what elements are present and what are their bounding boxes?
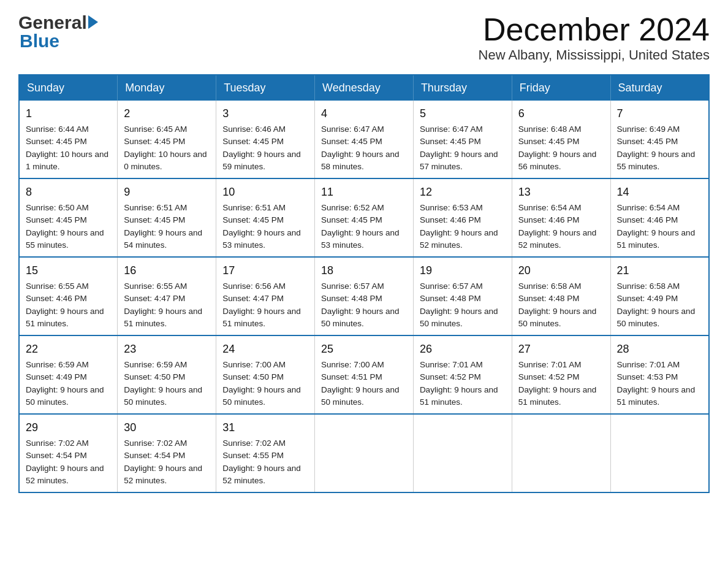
sunrise-label: Sunrise: 6:51 AM — [124, 203, 187, 212]
daylight-label: Daylight: 9 hours and 59 minutes. — [222, 150, 301, 171]
calendar-cell: 27Sunrise: 7:01 AMSunset: 4:52 PMDayligh… — [512, 335, 610, 414]
sunset-label: Sunset: 4:48 PM — [321, 294, 382, 303]
day-number: 12 — [420, 184, 506, 201]
sunrise-label: Sunrise: 6:46 AM — [222, 124, 286, 134]
daylight-label: Daylight: 9 hours and 52 minutes. — [124, 464, 202, 485]
sunrise-label: Sunrise: 6:52 AM — [321, 203, 384, 212]
day-number: 25 — [321, 341, 407, 358]
sunset-label: Sunset: 4:47 PM — [222, 294, 284, 303]
sunrise-label: Sunrise: 6:55 AM — [26, 282, 89, 291]
sunset-label: Sunset: 4:46 PM — [617, 215, 678, 224]
daylight-label: Daylight: 9 hours and 52 minutes. — [222, 464, 301, 485]
day-number: 21 — [617, 262, 702, 279]
sunrise-label: Sunrise: 7:02 AM — [124, 439, 187, 448]
day-number: 8 — [26, 184, 111, 201]
calendar-header-row: SundayMondayTuesdayWednesdayThursdayFrid… — [19, 75, 709, 101]
daylight-label: Daylight: 9 hours and 50 minutes. — [321, 385, 400, 407]
sunrise-label: Sunrise: 6:48 AM — [518, 124, 582, 134]
day-number: 31 — [222, 419, 308, 436]
location-subtitle: New Albany, Mississippi, United States — [479, 47, 710, 63]
logo-arrow-icon — [88, 15, 98, 29]
daylight-label: Daylight: 9 hours and 58 minutes. — [321, 150, 400, 171]
calendar-cell — [413, 414, 512, 492]
logo-general-text: General — [18, 12, 87, 33]
daylight-label: Daylight: 9 hours and 56 minutes. — [518, 150, 597, 171]
day-number: 16 — [124, 262, 210, 279]
sunset-label: Sunset: 4:50 PM — [124, 372, 185, 381]
daylight-label: Daylight: 10 hours and 1 minute. — [26, 150, 108, 171]
daylight-label: Daylight: 9 hours and 51 minutes. — [222, 307, 301, 328]
calendar-cell: 21Sunrise: 6:58 AMSunset: 4:49 PMDayligh… — [610, 257, 709, 335]
calendar-cell: 17Sunrise: 6:56 AMSunset: 4:47 PMDayligh… — [216, 257, 315, 335]
sunrise-label: Sunrise: 7:00 AM — [222, 360, 286, 369]
daylight-label: Daylight: 9 hours and 52 minutes. — [518, 228, 597, 250]
calendar-cell: 28Sunrise: 7:01 AMSunset: 4:53 PMDayligh… — [610, 335, 709, 414]
day-number: 27 — [518, 341, 604, 358]
daylight-label: Daylight: 9 hours and 51 minutes. — [518, 385, 597, 407]
calendar-cell: 14Sunrise: 6:54 AMSunset: 4:46 PMDayligh… — [610, 178, 709, 257]
sunrise-label: Sunrise: 6:47 AM — [420, 124, 483, 134]
sunrise-label: Sunrise: 7:01 AM — [518, 360, 582, 369]
day-number: 17 — [222, 262, 308, 279]
sunset-label: Sunset: 4:52 PM — [518, 372, 580, 381]
col-header-monday: Monday — [118, 75, 216, 101]
calendar-cell — [610, 414, 709, 492]
sunrise-label: Sunrise: 6:54 AM — [617, 203, 680, 212]
daylight-label: Daylight: 9 hours and 51 minutes. — [617, 228, 696, 250]
col-header-tuesday: Tuesday — [216, 75, 315, 101]
day-number: 29 — [26, 419, 111, 436]
logo: General Blue — [18, 12, 99, 52]
sunset-label: Sunset: 4:48 PM — [420, 294, 481, 303]
sunrise-label: Sunrise: 6:59 AM — [124, 360, 187, 369]
calendar-cell: 2Sunrise: 6:45 AMSunset: 4:45 PMDaylight… — [118, 101, 216, 178]
sunset-label: Sunset: 4:53 PM — [617, 372, 678, 381]
calendar-cell: 22Sunrise: 6:59 AMSunset: 4:49 PMDayligh… — [19, 335, 118, 414]
daylight-label: Daylight: 9 hours and 51 minutes. — [617, 385, 696, 407]
daylight-label: Daylight: 9 hours and 52 minutes. — [26, 464, 104, 485]
daylight-label: Daylight: 9 hours and 54 minutes. — [124, 228, 202, 250]
col-header-sunday: Sunday — [19, 75, 118, 101]
calendar-cell: 6Sunrise: 6:48 AMSunset: 4:45 PMDaylight… — [512, 101, 610, 178]
calendar-week-row: 8Sunrise: 6:50 AMSunset: 4:45 PMDaylight… — [19, 178, 709, 257]
sunrise-label: Sunrise: 6:54 AM — [518, 203, 582, 212]
day-number: 18 — [321, 262, 407, 279]
calendar-cell: 29Sunrise: 7:02 AMSunset: 4:54 PMDayligh… — [19, 414, 118, 492]
daylight-label: Daylight: 9 hours and 55 minutes. — [26, 228, 104, 250]
title-section: December 2024 New Albany, Mississippi, U… — [479, 12, 710, 63]
day-number: 26 — [420, 341, 506, 358]
day-number: 9 — [124, 184, 210, 201]
daylight-label: Daylight: 9 hours and 50 minutes. — [518, 307, 597, 328]
sunrise-label: Sunrise: 6:57 AM — [321, 282, 384, 291]
sunset-label: Sunset: 4:45 PM — [518, 137, 580, 146]
daylight-label: Daylight: 9 hours and 55 minutes. — [617, 150, 696, 171]
calendar-cell: 15Sunrise: 6:55 AMSunset: 4:46 PMDayligh… — [19, 257, 118, 335]
day-number: 24 — [222, 341, 308, 358]
sunrise-label: Sunrise: 6:59 AM — [26, 360, 89, 369]
sunset-label: Sunset: 4:45 PM — [26, 137, 87, 146]
sunrise-label: Sunrise: 7:00 AM — [321, 360, 384, 369]
calendar-cell: 13Sunrise: 6:54 AMSunset: 4:46 PMDayligh… — [512, 178, 610, 257]
sunset-label: Sunset: 4:46 PM — [26, 294, 87, 303]
day-number: 30 — [124, 419, 210, 436]
calendar-cell: 3Sunrise: 6:46 AMSunset: 4:45 PMDaylight… — [216, 101, 315, 178]
daylight-label: Daylight: 9 hours and 51 minutes. — [420, 385, 498, 407]
month-title: December 2024 — [479, 12, 710, 47]
daylight-label: Daylight: 9 hours and 53 minutes. — [321, 228, 400, 250]
sunset-label: Sunset: 4:50 PM — [222, 372, 284, 381]
day-number: 23 — [124, 341, 210, 358]
sunrise-label: Sunrise: 6:58 AM — [518, 282, 582, 291]
sunset-label: Sunset: 4:45 PM — [321, 215, 382, 224]
sunset-label: Sunset: 4:46 PM — [518, 215, 580, 224]
calendar-cell: 18Sunrise: 6:57 AMSunset: 4:48 PMDayligh… — [315, 257, 414, 335]
sunset-label: Sunset: 4:48 PM — [518, 294, 580, 303]
calendar-cell: 7Sunrise: 6:49 AMSunset: 4:45 PMDaylight… — [610, 101, 709, 178]
daylight-label: Daylight: 9 hours and 51 minutes. — [124, 307, 202, 328]
sunrise-label: Sunrise: 7:02 AM — [222, 439, 286, 448]
calendar-cell: 9Sunrise: 6:51 AMSunset: 4:45 PMDaylight… — [118, 178, 216, 257]
calendar-cell: 20Sunrise: 6:58 AMSunset: 4:48 PMDayligh… — [512, 257, 610, 335]
sunrise-label: Sunrise: 6:45 AM — [124, 124, 187, 134]
day-number: 10 — [222, 184, 308, 201]
calendar-cell: 19Sunrise: 6:57 AMSunset: 4:48 PMDayligh… — [413, 257, 512, 335]
sunrise-label: Sunrise: 6:56 AM — [222, 282, 286, 291]
daylight-label: Daylight: 9 hours and 57 minutes. — [420, 150, 498, 171]
